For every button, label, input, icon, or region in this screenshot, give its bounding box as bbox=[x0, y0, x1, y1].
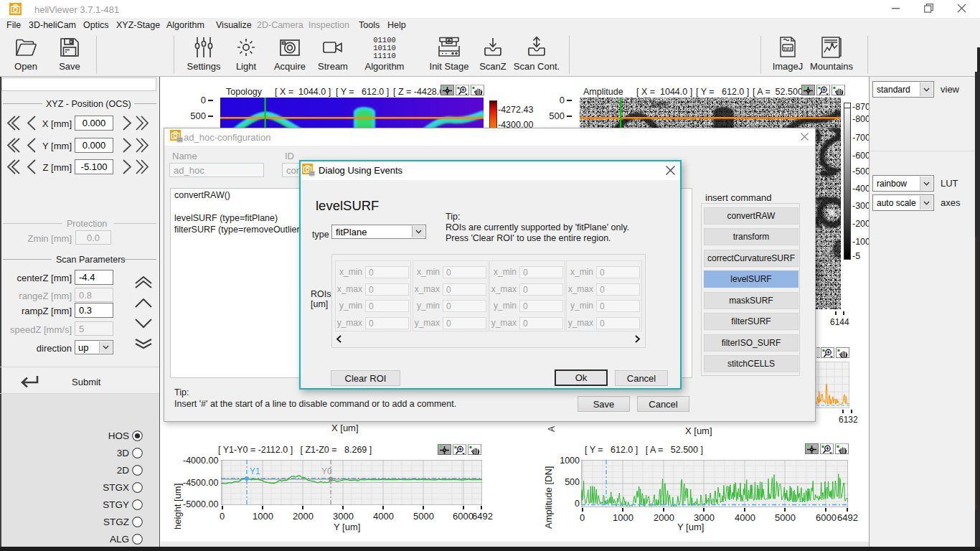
svg-text:Y0: Y0 bbox=[321, 466, 332, 476]
svg-text:Y1: Y1 bbox=[250, 466, 260, 476]
svg-text:TIFF: TIFF bbox=[783, 47, 793, 51]
svg-text:11110: 11110 bbox=[373, 52, 396, 60]
